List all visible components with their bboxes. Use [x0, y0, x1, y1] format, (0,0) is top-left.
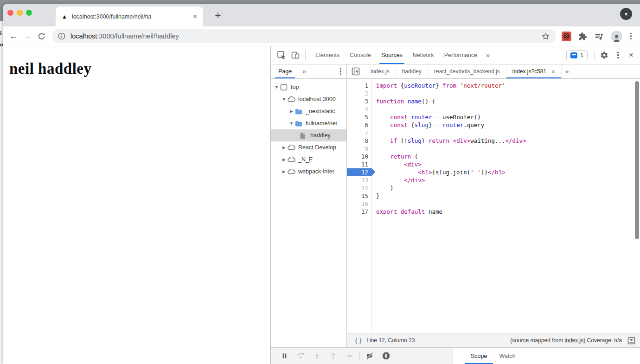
console-messages-badge[interactable]: 1 [566, 50, 588, 60]
tree-item-top[interactable]: ▼top [271, 81, 346, 93]
hide-navigator-button[interactable] [347, 64, 365, 78]
line-number[interactable]: 12 [347, 168, 372, 176]
reload-button[interactable] [34, 29, 48, 43]
chevron-down-icon[interactable]: ▼ [288, 121, 294, 126]
info-icon[interactable] [58, 32, 65, 40]
line-number[interactable]: 4 [347, 105, 372, 113]
browser-tab[interactable]: ▲ localhost:3000/fullname/neil/ha × [56, 6, 203, 26]
code-text[interactable]: if (!slug) return <div>waiting...</div> [372, 137, 526, 145]
code-text[interactable]: ) [372, 184, 394, 192]
line-number[interactable]: 17 [347, 208, 372, 216]
editor-tab[interactable]: haddley [396, 64, 428, 78]
line-number[interactable]: 10 [347, 153, 372, 160]
devtools-tab-sources[interactable]: Sources [376, 46, 408, 64]
tree-item--n-e[interactable]: ▶_N_E [271, 153, 346, 166]
pause-script-button[interactable] [276, 350, 293, 363]
devtools-close-button[interactable]: × [625, 51, 635, 60]
new-tab-button[interactable]: + [211, 9, 224, 22]
chevron-right-icon[interactable]: ▶ [288, 109, 294, 114]
navigator-tab-page[interactable]: Page [277, 64, 293, 78]
line-number[interactable]: 8 [347, 137, 372, 145]
line-number[interactable]: 11 [347, 160, 372, 168]
devtools-menu-button[interactable] [611, 48, 625, 62]
window-chevron-icon[interactable]: ▼ [620, 8, 632, 20]
code-text[interactable]: <h1>{slug.join(' ')}</h1> [372, 168, 506, 176]
inspect-element-button[interactable] [275, 48, 288, 62]
code-text[interactable]: const {slug} = router.query [372, 121, 484, 129]
editor-tab-close-icon[interactable]: × [551, 68, 555, 75]
pause-on-exceptions-button[interactable] [378, 350, 394, 363]
tree-item-webpack-inter[interactable]: ▶webpack-inter [271, 166, 346, 178]
chevron-right-icon[interactable]: ▶ [281, 157, 287, 162]
back-button[interactable]: ← [6, 29, 20, 43]
step-button[interactable] [341, 350, 358, 363]
code-text[interactable]: const router = useRouter() [372, 113, 481, 121]
code-text[interactable] [372, 129, 376, 137]
line-number[interactable]: 5 [347, 113, 372, 121]
devtools-tab-network[interactable]: Network [408, 46, 439, 64]
code-text[interactable] [372, 145, 376, 153]
code-text[interactable] [372, 200, 376, 208]
devtools-settings-button[interactable] [597, 48, 611, 62]
line-number[interactable]: 7 [347, 129, 372, 137]
media-controls-icon[interactable] [594, 32, 604, 41]
chevron-right-icon[interactable]: ▶ [281, 145, 287, 150]
code-text[interactable]: <div> [372, 160, 422, 168]
editor-tab[interactable]: index.js [365, 64, 396, 78]
code-text[interactable]: return ( [372, 153, 418, 160]
code-text[interactable] [372, 89, 376, 97]
tree-item-fullname-nei[interactable]: ▼fullname/nei [271, 117, 346, 129]
editor-tab[interactable]: index.js?c581× [506, 64, 562, 78]
close-window-button[interactable] [7, 10, 13, 16]
minimize-window-button[interactable] [17, 10, 23, 16]
line-number[interactable]: 6 [347, 121, 372, 129]
open-drawer-button[interactable] [627, 337, 635, 345]
pretty-print-button[interactable]: { } [355, 337, 362, 344]
tree-item-react-develop[interactable]: ▶React Develop [271, 141, 346, 153]
tree-item-haddley[interactable]: haddley [271, 129, 346, 141]
more-panels-chevron[interactable]: » [482, 51, 493, 59]
more-navigator-tabs-chevron[interactable]: » [299, 68, 310, 75]
source-map-link[interactable]: index.js [565, 337, 584, 344]
code-text[interactable]: export default name [372, 208, 442, 216]
line-number[interactable]: 9 [347, 145, 372, 153]
line-number[interactable]: 16 [347, 200, 372, 208]
line-number[interactable]: 1 [347, 82, 372, 89]
navigator-menu-button[interactable] [339, 67, 342, 76]
chevron-down-icon[interactable]: ▼ [274, 85, 280, 89]
code-text[interactable]: import {useRouter} from 'next/router' [372, 82, 506, 89]
code-text[interactable]: </div> [372, 176, 425, 184]
debugger-pane-tab-watch[interactable]: Watch [493, 348, 521, 364]
tree-item-localhost-3000[interactable]: ▼localhost:3000 [271, 93, 346, 105]
chevron-right-icon[interactable]: ▶ [281, 169, 287, 174]
bookmark-star-icon[interactable] [541, 32, 550, 41]
zoom-window-button[interactable] [26, 10, 32, 16]
code-viewport[interactable]: 1import {useRouter} from 'next/router'23… [347, 79, 640, 333]
line-number[interactable]: 3 [347, 97, 372, 105]
editor-tab[interactable]: react_devtools_backend.js [428, 64, 506, 78]
extensions-puzzle-icon[interactable] [578, 32, 587, 41]
step-into-button[interactable] [309, 350, 325, 363]
devtools-tab-performance[interactable]: Performance [439, 46, 483, 64]
profile-avatar[interactable] [611, 31, 622, 42]
chevron-down-icon[interactable]: ▼ [281, 97, 287, 102]
line-number[interactable]: 2 [347, 89, 372, 97]
react-devtools-extension-icon[interactable] [562, 32, 571, 41]
code-text[interactable]: } [372, 192, 380, 200]
deactivate-breakpoints-button[interactable] [362, 350, 378, 363]
line-number[interactable]: 14 [347, 184, 372, 192]
more-editor-tabs-chevron[interactable]: » [562, 64, 573, 78]
url-text[interactable]: localhost:3000/fullname/neil/haddley [70, 32, 541, 40]
code-text[interactable]: function name() { [372, 97, 435, 105]
device-toolbar-button[interactable] [288, 48, 302, 62]
forward-button[interactable]: → [20, 29, 34, 43]
devtools-tab-elements[interactable]: Elements [310, 46, 345, 64]
browser-menu-button[interactable] [629, 32, 633, 41]
tree-item--next-static[interactable]: ▶_next/static [271, 105, 346, 117]
address-bar[interactable]: localhost:3000/fullname/neil/haddley [52, 29, 556, 43]
line-number[interactable]: 15 [347, 192, 372, 200]
line-number[interactable]: 13 [347, 176, 372, 184]
step-out-button[interactable] [325, 350, 341, 363]
devtools-tab-console[interactable]: Console [345, 46, 376, 64]
step-over-button[interactable] [293, 350, 309, 363]
